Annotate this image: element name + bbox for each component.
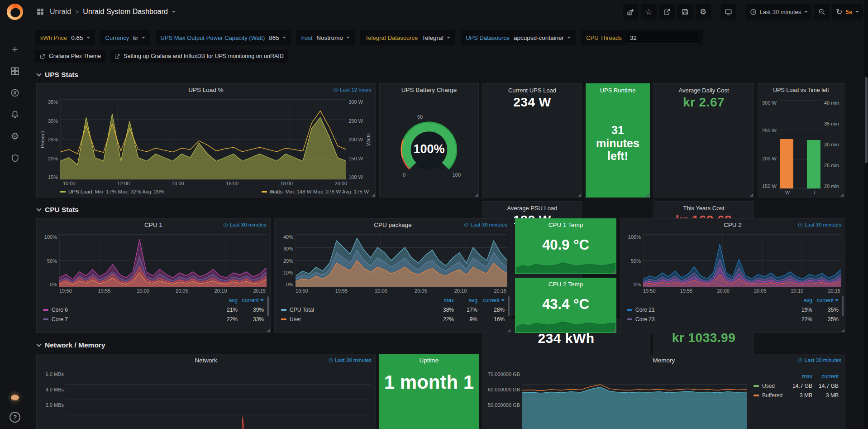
panel-title[interactable]: Memory xyxy=(483,354,845,367)
variable-value[interactable]: Telegraf xyxy=(422,34,444,41)
legend-col-avg[interactable]: avg xyxy=(211,297,238,304)
legend-row-core-7[interactable]: Core 7 22% 33% xyxy=(43,314,264,324)
legend-col-max[interactable]: max xyxy=(430,297,454,304)
legend-row-core-6[interactable]: Core 6 21% 39% xyxy=(43,305,264,314)
panel-title[interactable]: Average PSU Load xyxy=(483,205,582,212)
variable-value[interactable]: apcupsd-container xyxy=(514,34,564,41)
panel-title[interactable]: Uptime xyxy=(380,354,478,367)
legend-row-user[interactable]: User 22% 9% 16% xyxy=(281,314,505,324)
server-admin-shield-icon[interactable] xyxy=(9,152,21,164)
variable-value[interactable]: Nostromo xyxy=(316,34,343,41)
cycle-view-tv-button[interactable] xyxy=(721,4,736,19)
x-tick: 18:00 xyxy=(280,181,293,187)
panel-ups-runtime: UPS Runtime 31 minutes left! xyxy=(586,83,650,198)
legend-col-avg[interactable]: avg xyxy=(454,297,477,304)
legend-scrollbar[interactable] xyxy=(842,296,844,316)
variable-label: Telegraf Datasource xyxy=(365,34,418,41)
cpu-package-chart[interactable] xyxy=(296,234,507,287)
memory-chart[interactable]: 70.000000 GB 60.000000 GB 50.000000 GB xyxy=(522,369,747,429)
panel-title[interactable]: Average Daily Cost xyxy=(654,87,754,94)
bar-watts[interactable] xyxy=(780,139,793,188)
share-button[interactable] xyxy=(659,4,675,19)
y-tick: 25% xyxy=(48,137,58,142)
y-tick: 0% xyxy=(50,282,57,287)
help-icon[interactable]: ? xyxy=(10,412,20,423)
panel-current-ups-load: Current UPS Load 234 W xyxy=(482,83,582,198)
user-avatar[interactable] xyxy=(8,391,22,405)
variable-telegraf-datasource[interactable]: Telegraf Datasource Telegraf xyxy=(360,30,455,45)
variable-currency[interactable]: Currency kr xyxy=(100,30,150,45)
time-override-badge[interactable]: Last 30 minutes xyxy=(798,357,841,363)
apps-grid-icon[interactable] xyxy=(35,6,45,18)
section-header-ups-stats[interactable]: UPS Stats xyxy=(37,71,861,79)
panel-title[interactable]: CPU 1 Temp xyxy=(515,219,616,231)
time-override-badge[interactable]: Last 30 minutes xyxy=(798,222,841,227)
settings-gear-button[interactable]: ⚙ xyxy=(696,4,711,19)
dashboards-grid-icon[interactable] xyxy=(9,65,21,77)
dashboard-link-ups-monitoring-guide[interactable]: Setting up Grafana and InfluxDB for UPS … xyxy=(110,50,288,63)
grafana-logo[interactable] xyxy=(7,4,23,20)
panel-title[interactable]: CPU 2 Temp xyxy=(515,278,616,291)
network-chart[interactable]: 6.0 MBs 4.0 MBs 2.0 MBs xyxy=(66,369,371,429)
refresh-button[interactable]: ↻ 5s xyxy=(832,4,863,19)
add-panel-button[interactable] xyxy=(623,4,639,19)
legend-row-core-21[interactable]: Core 21 19% 35% xyxy=(627,305,839,314)
explore-compass-icon[interactable] xyxy=(9,87,21,99)
variable-cpu-threads[interactable]: CPU Threads 32 xyxy=(581,30,703,45)
variable-ups-max-output[interactable]: UPS Max Output Power Capacity (Watt) 865 xyxy=(156,30,291,45)
cpu-threads-input[interactable]: 32 xyxy=(626,32,698,43)
panel-title[interactable]: UPS Runtime xyxy=(586,87,649,94)
legend-scrollbar[interactable] xyxy=(267,296,269,316)
time-range-button[interactable]: Last 30 minutes xyxy=(746,4,812,19)
legend-item-watts[interactable]: Watts Min: 148 W Max: 278 W Avg: 175 W xyxy=(262,189,369,194)
variable-kwh-price[interactable]: kWh Price 0.65 xyxy=(35,30,95,45)
time-override-badge[interactable]: Last 12 hours xyxy=(333,87,372,92)
panel-title[interactable]: UPS Load vs Time left xyxy=(758,84,844,96)
title-caret-down-icon[interactable] xyxy=(172,11,176,13)
legend-row-core-23[interactable]: Core 23 22% 35% xyxy=(627,314,839,324)
panel-title[interactable]: Current UPS Load xyxy=(483,87,582,94)
legend-scrollbar[interactable] xyxy=(508,296,510,316)
legend-col-current[interactable]: current xyxy=(238,297,264,304)
save-button[interactable] xyxy=(677,4,693,19)
x-tick: 20:05 xyxy=(754,288,767,294)
page-scrollbar-thumb[interactable] xyxy=(865,77,868,163)
legend-col-current[interactable]: current xyxy=(477,297,505,304)
dashboard-title[interactable]: Unraid System Dashboard xyxy=(83,8,168,16)
bar-time-left[interactable] xyxy=(807,140,820,188)
panel-title[interactable]: Network xyxy=(37,354,375,367)
variable-value[interactable]: kr xyxy=(133,34,138,41)
star-button[interactable]: ☆ xyxy=(641,4,657,19)
legend-row-cpu-total[interactable]: CPU Total 38% 17% 28% xyxy=(281,305,505,314)
legend-row-buffered[interactable]: Buffered 3 MB 3 MB xyxy=(754,390,839,400)
legend-table: avg current Core 21 19% 35% Core 23 22% … xyxy=(620,294,845,333)
alerting-bell-icon[interactable] xyxy=(9,109,21,121)
time-override-badge[interactable]: Last 30 minutes xyxy=(464,222,507,227)
y-tick: 6.0 MBs xyxy=(46,371,64,377)
variable-host[interactable]: host Nostromo xyxy=(296,30,355,45)
ups-load-chart[interactable] xyxy=(60,99,346,180)
legend-col-max[interactable]: max xyxy=(786,373,812,380)
variable-ups-datasource[interactable]: UPS Datasource apcupsd-container xyxy=(461,30,576,45)
dashboard-link-grafana-plex-theme[interactable]: Grafana Plex Theme xyxy=(35,50,105,63)
legend-row-used[interactable]: Used 14.7 GB 14.7 GB xyxy=(754,381,839,390)
breadcrumb-app[interactable]: Unraid xyxy=(50,8,71,16)
legend-col-current[interactable]: current xyxy=(812,373,839,380)
variable-value[interactable]: 865 xyxy=(269,34,279,41)
time-override-badge[interactable]: Last 30 minutes xyxy=(223,222,267,227)
variable-value[interactable]: 0.65 xyxy=(71,34,83,41)
zoom-out-button[interactable] xyxy=(814,4,830,19)
legend-col-avg[interactable]: avg xyxy=(786,297,812,304)
panel-title[interactable]: This Years Cost xyxy=(654,205,754,212)
legend-item-ups-load[interactable]: UPS Load Min: 17% Max: 32% Avg: 20% xyxy=(60,189,164,194)
bar-chart[interactable] xyxy=(779,100,822,189)
panel-title[interactable]: UPS Load % xyxy=(37,84,375,96)
configuration-gear-icon[interactable]: ⚙ xyxy=(9,130,21,142)
cpu2-chart[interactable] xyxy=(643,234,841,287)
page-scrollbar[interactable] xyxy=(864,0,868,429)
cpu1-chart[interactable] xyxy=(59,234,267,287)
create-plus-icon[interactable] xyxy=(9,43,21,55)
time-override-badge[interactable]: Last 30 minutes xyxy=(328,357,372,363)
panel-title[interactable]: UPS Battery Charge xyxy=(380,84,478,96)
legend-col-current[interactable]: current xyxy=(812,297,839,304)
